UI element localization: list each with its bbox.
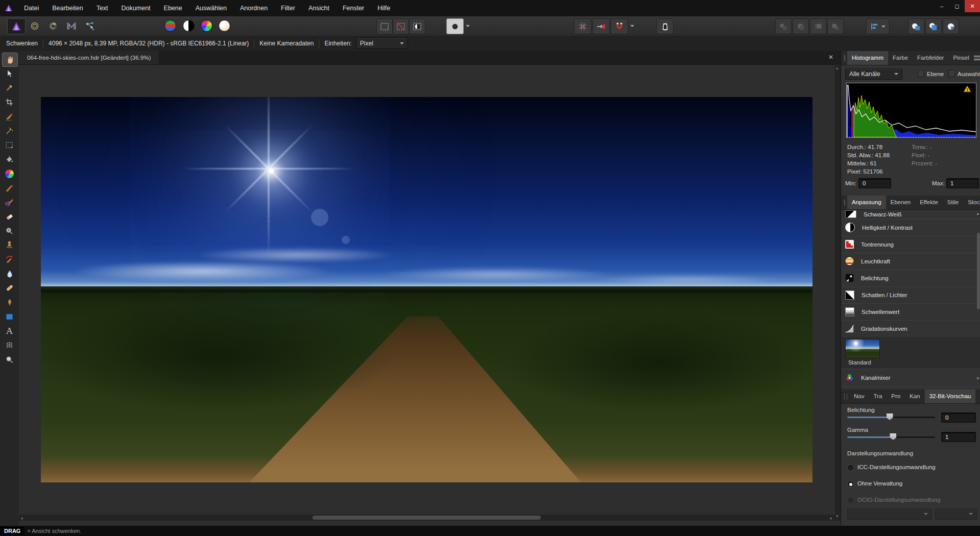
adjustment-helligkeit-kontrast[interactable]: Helligkeit / Kontrast: [841, 219, 980, 236]
pen-tool[interactable]: [2, 296, 17, 309]
gamma-slider-handle[interactable]: [890, 433, 896, 440]
scroll-up-icon[interactable]: ▴: [836, 65, 839, 70]
close-button[interactable]: ✕: [965, 0, 980, 12]
tab-effekte[interactable]: Effekte: [915, 196, 943, 209]
ocio-source-select[interactable]: [847, 508, 932, 520]
panel-drag-handle[interactable]: [844, 200, 845, 206]
move-whole-pixels-button[interactable]: [592, 18, 610, 34]
adjustment-schwarz-weiss[interactable]: Schwarz-Weiß ▴: [841, 209, 980, 220]
geometry-add-button[interactable]: [908, 18, 924, 34]
text-tool[interactable]: A: [2, 324, 17, 337]
undo-brush-tool[interactable]: [2, 253, 17, 266]
adjustment-schatten-lichter[interactable]: Schatten / Lichter: [841, 286, 980, 304]
tab-pinsel[interactable]: Pinsel: [948, 51, 973, 65]
liquify-persona-button[interactable]: [27, 18, 43, 33]
quick-mask-button[interactable]: [446, 18, 464, 34]
adjustment-schwellenwert[interactable]: Schwellenwert: [841, 303, 980, 321]
tab-farbfelder[interactable]: Farbfelder: [913, 51, 948, 65]
auto-color-button[interactable]: [199, 18, 214, 33]
layer-checkbox[interactable]: Ebene: [918, 70, 944, 77]
gamma-slider[interactable]: [847, 436, 935, 438]
radio-unmanaged[interactable]: [847, 481, 854, 488]
menu-bearbeiten[interactable]: Bearbeiten: [45, 0, 89, 16]
marquee-tool[interactable]: [2, 138, 17, 152]
alignment-dropdown-button[interactable]: [866, 18, 890, 34]
horizontal-scrollbar[interactable]: ◂ ▸: [19, 515, 841, 521]
quick-mask-options-button[interactable]: [464, 18, 472, 33]
tab-ebenen[interactable]: Ebenen: [886, 196, 916, 209]
adjustment-kanalmixer[interactable]: Kanalmixer ▾: [841, 369, 980, 387]
color-replacement-brush-tool[interactable]: [2, 196, 17, 209]
menu-datei[interactable]: Datei: [17, 0, 45, 16]
radio-ocio-transform[interactable]: [847, 497, 854, 504]
tab-stock[interactable]: Stock: [963, 196, 980, 209]
invert-selection-button[interactable]: [409, 18, 425, 34]
adjustment-gradationskurven[interactable]: Gradationskurven: [841, 320, 980, 337]
deselect-button[interactable]: [393, 18, 409, 34]
paint-brush-tool[interactable]: [2, 181, 17, 194]
exposure-input[interactable]: 0: [941, 412, 976, 423]
tab-anpassung[interactable]: Anpassung: [847, 196, 886, 209]
view-tool[interactable]: [2, 53, 18, 67]
select-all-button[interactable]: [376, 18, 393, 34]
minimize-button[interactable]: –: [934, 0, 949, 12]
hdr-image[interactable]: [41, 97, 812, 482]
panel-drag-handle[interactable]: [844, 394, 847, 400]
adjustments-scrollbar[interactable]: [977, 233, 980, 309]
gradient-tool[interactable]: [2, 167, 17, 180]
panel-menu-icon[interactable]: [974, 55, 980, 61]
menu-ansicht[interactable]: Ansicht: [302, 0, 336, 16]
export-persona-button[interactable]: [82, 18, 98, 33]
move-to-front-button[interactable]: [827, 18, 844, 34]
back-one-button[interactable]: [793, 18, 809, 34]
scroll-left-icon[interactable]: ◂: [20, 516, 23, 521]
assistant-button[interactable]: [656, 18, 674, 34]
maximize-button[interactable]: ◻: [949, 0, 965, 12]
menu-text[interactable]: Text: [90, 0, 115, 16]
pixel-grid-button[interactable]: [574, 18, 591, 34]
flood-fill-tool[interactable]: [2, 153, 17, 166]
color-picker-tool[interactable]: [2, 81, 17, 94]
radio-icc-transform[interactable]: [847, 465, 854, 471]
tab-tra[interactable]: Tra: [869, 389, 887, 403]
gamma-input[interactable]: 1: [941, 432, 976, 442]
max-input[interactable]: 1: [946, 178, 979, 188]
blur-tool[interactable]: [2, 267, 17, 280]
min-input[interactable]: 0: [858, 178, 891, 188]
exposure-slider-handle[interactable]: [887, 413, 893, 420]
selection-brush-tool[interactable]: [2, 110, 17, 123]
move-tool[interactable]: [2, 67, 17, 80]
dodge-burn-tool[interactable]: [2, 224, 17, 237]
preset-thumbnail[interactable]: [845, 339, 880, 358]
rectangle-tool[interactable]: [2, 310, 17, 323]
adjustment-leuchtkraft[interactable]: Leuchtkraft: [841, 253, 980, 270]
close-view-icon[interactable]: ✕: [828, 54, 833, 61]
horizontal-scroll-thumb[interactable]: [313, 516, 541, 520]
menu-hilfe[interactable]: Hilfe: [371, 0, 397, 16]
flood-select-tool[interactable]: [2, 124, 17, 137]
crop-tool[interactable]: [2, 95, 17, 109]
channel-select[interactable]: Alle Kanäle: [845, 68, 902, 80]
tab-32bit-vorschau[interactable]: 32-Bit-Vorschau: [925, 389, 976, 403]
vertical-scrollbar[interactable]: ▴ ▾: [835, 64, 841, 520]
mesh-warp-tool[interactable]: [2, 338, 17, 352]
menu-fenster[interactable]: Fenster: [336, 0, 371, 16]
adjustment-belichtung[interactable]: Belichtung: [841, 270, 980, 287]
scroll-right-icon[interactable]: ▸: [830, 516, 832, 521]
move-to-back-button[interactable]: [775, 18, 792, 34]
units-select[interactable]: Pixel: [356, 38, 408, 49]
adjustment-tontrennung[interactable]: Tontrennung: [841, 236, 980, 253]
healing-tool[interactable]: [2, 281, 17, 295]
exposure-slider[interactable]: [847, 417, 935, 418]
geometry-divide-button[interactable]: [943, 18, 959, 34]
tab-stile[interactable]: Stile: [943, 196, 963, 209]
geometry-subtract-button[interactable]: [925, 18, 942, 34]
document-tab[interactable]: 064-free-hdri-skies-com.hdr [Geändert] (…: [19, 51, 159, 64]
tab-histogramm[interactable]: Histogramm: [847, 51, 888, 65]
menu-filter[interactable]: Filter: [274, 0, 302, 16]
forward-one-button[interactable]: [810, 18, 826, 34]
zoom-tool[interactable]: [2, 353, 17, 366]
snapping-options-button[interactable]: [628, 18, 636, 33]
snapping-button[interactable]: [611, 18, 628, 34]
photo-persona-button[interactable]: [7, 18, 26, 34]
